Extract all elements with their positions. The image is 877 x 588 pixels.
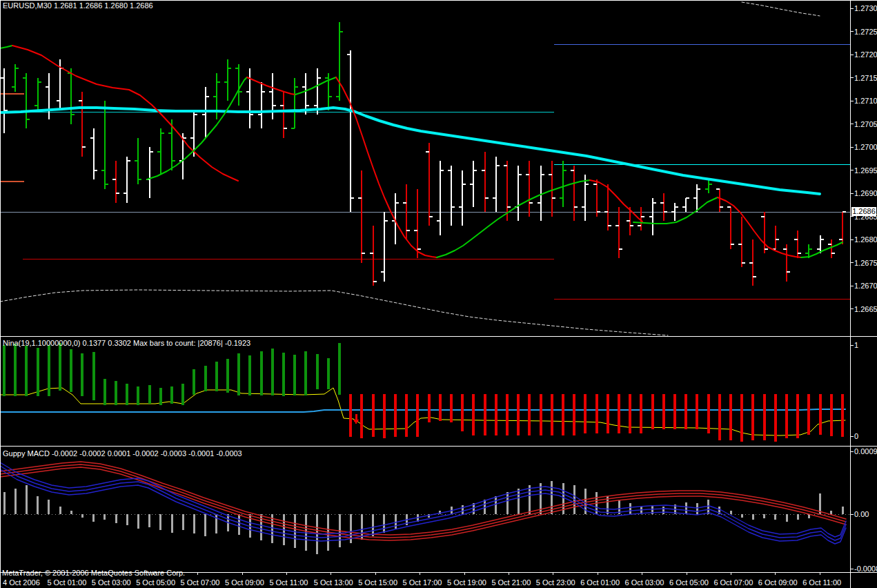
footer-credit: MetaTrader, © 2001-2006 MetaQuotes Softw… <box>2 569 185 577</box>
ma-signal-green <box>0 46 12 48</box>
price-axis-label: 1.2680 <box>854 235 877 244</box>
time-axis-label: 5 Oct 03:00 <box>92 578 131 587</box>
guppy-axis-label: 0.0009 <box>854 447 877 455</box>
price-axis-label: 1.2725 <box>854 28 877 36</box>
time-axis-label: 6 Oct 05:00 <box>669 578 709 587</box>
time-axis-label: 5 Oct 05:00 <box>136 578 175 587</box>
time-axis-label: 5 Oct 17:00 <box>403 578 442 587</box>
price-axis-label: 1.2700 <box>854 143 877 151</box>
ma-signal-red <box>590 180 642 222</box>
price-axis-label: 1.2730 <box>854 4 877 12</box>
time-axis-label: 5 Oct 07:00 <box>181 578 220 587</box>
ma-signal-green <box>801 242 842 257</box>
time-axis-label: 5 Oct 11:00 <box>269 578 308 587</box>
time-axis-label: 6 Oct 09:00 <box>758 578 798 587</box>
time-axis-label: 5 Oct 15:00 <box>358 578 397 587</box>
time-axis-label: 5 Oct 13:00 <box>314 578 353 587</box>
guppy-axis-label: 0.00 <box>854 510 869 518</box>
chart-canvas[interactable] <box>0 0 877 588</box>
time-axis-label: 5 Oct 01:00 <box>47 578 86 587</box>
price-axis-label: 1.2705 <box>854 120 877 128</box>
indicator1-label: Nina(19,1.10000000,0) 0.1377 0.3302 Max … <box>3 339 250 347</box>
ma-signal-red <box>12 46 238 181</box>
nina-axis-label: 1 <box>854 341 858 349</box>
indicator2-label: Guppy MACD -0.0002 -0.0002 0.0001 -0.000… <box>3 449 242 458</box>
dashed-trendline-lower <box>0 290 668 335</box>
guppy-axis-label: -0.0008 <box>854 565 877 573</box>
price-axis-label: 1.2675 <box>854 259 877 267</box>
ma-signal-green <box>147 77 247 179</box>
time-axis-label: 6 Oct 11:00 <box>802 578 841 587</box>
ma-cyan-slow <box>0 108 820 194</box>
nina-axis-label: 0 <box>854 432 858 440</box>
price-axis-label: 1.2665 <box>854 305 877 313</box>
price-axis-label: 1.2710 <box>854 97 877 105</box>
price-axis-label: 1.2695 <box>854 166 877 175</box>
price-axis-label: 1.2690 <box>854 189 877 197</box>
chart-title: EURUSD,M30 1.2681 1.2686 1.2680 1.2686 <box>3 1 153 10</box>
ma-signal-green <box>295 77 336 95</box>
mt4-chart-window: EURUSD,M30 1.2681 1.2686 1.2680 1.2686 N… <box>0 0 877 588</box>
price-axis-label: 1.2720 <box>854 50 877 59</box>
time-axis-label: 5 Oct 19:00 <box>447 578 486 587</box>
price-axis-label: 1.2715 <box>854 74 877 82</box>
price-axis-label: 1.2685 <box>854 213 877 221</box>
time-axis-label: 5 Oct 21:00 <box>491 578 531 587</box>
guppy-short-ema <box>0 466 846 540</box>
time-axis-label: 5 Oct 23:00 <box>536 578 575 587</box>
ma-signal-green <box>437 180 590 257</box>
time-axis-label: 6 Oct 03:00 <box>625 578 664 587</box>
guppy-long-ema <box>0 464 846 538</box>
time-axis-label: 5 Oct 09:00 <box>225 578 264 587</box>
time-axis-label: 6 Oct 01:00 <box>580 578 620 587</box>
price-axis-label: 1.2670 <box>854 282 877 290</box>
time-axis-label: 4 Oct 2006 <box>3 578 40 587</box>
dashed-trendline-upper <box>742 2 820 16</box>
time-axis-label: 6 Oct 07:00 <box>713 578 753 587</box>
guppy-long-ema <box>0 467 846 540</box>
